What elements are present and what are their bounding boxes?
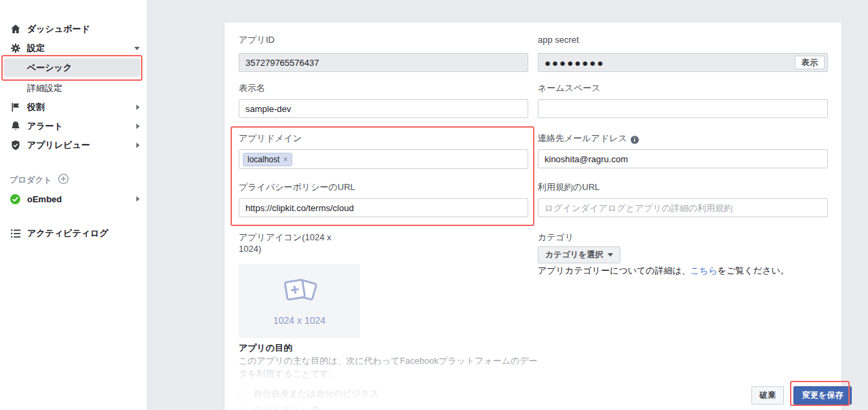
info-icon[interactable]: i <box>631 136 639 144</box>
sidebar-item-label: 役割 <box>27 101 45 113</box>
bell-icon <box>9 121 21 132</box>
purpose-heading: アプリの目的 <box>239 342 292 354</box>
sidebar-item-settings[interactable]: 設定 <box>0 39 148 58</box>
app-domains-input[interactable]: localhost × <box>239 149 528 169</box>
app-icon-label: アプリアイコン(1024 x 1024) <box>239 231 347 255</box>
category-label: カテゴリ <box>538 231 828 243</box>
remove-token-icon[interactable]: × <box>283 155 288 164</box>
save-changes-button[interactable]: 変更を保存 <box>793 386 852 405</box>
sidebar-item-alerts[interactable]: アラート <box>0 117 148 136</box>
basic-settings-card: アプリID app secret ●●●●●●●● 表示 表示名 ネームスペース… <box>224 22 842 410</box>
radio-button-icon[interactable] <box>239 389 248 398</box>
sidebar-item-app-review[interactable]: アプリレビュー <box>0 136 148 155</box>
purpose-option-self[interactable]: 自分自身または自分のビジネス <box>239 388 378 400</box>
chevron-down-icon <box>134 47 140 50</box>
category-help-link[interactable]: こちら <box>690 265 717 276</box>
sidebar-item-advanced[interactable]: 詳細設定 <box>0 79 148 98</box>
chevron-right-icon <box>136 105 140 110</box>
products-header-label: プロダクト <box>9 174 52 186</box>
chevron-right-icon <box>136 124 140 129</box>
chevron-right-icon <box>136 143 140 148</box>
sidebar-item-label: oEmbed <box>27 194 62 204</box>
chevron-right-icon <box>136 196 140 202</box>
sidebar-item-basic[interactable]: ベーシック <box>4 58 140 77</box>
discard-button[interactable]: 破棄 <box>751 386 784 405</box>
sidebar-item-dashboard[interactable]: ダッシュボード <box>0 20 148 39</box>
privacy-url-input[interactable] <box>239 198 528 217</box>
category-select-label: カテゴリを選択 <box>545 249 603 261</box>
list-icon <box>9 228 21 240</box>
info-icon[interactable]: i <box>311 406 319 410</box>
sidebar-item-label: 詳細設定 <box>27 82 62 94</box>
show-secret-button[interactable]: 表示 <box>795 56 825 69</box>
sidebar-item-oembed[interactable]: oEmbed <box>0 189 148 208</box>
privacy-url-label: プライバシーポリシーのURL <box>239 181 528 193</box>
namespace-label: ネームスペース <box>538 82 828 94</box>
namespace-input[interactable] <box>538 99 828 118</box>
category-help-prefix: アプリカテゴリーについての詳細は、 <box>538 265 690 276</box>
app-icon-upload[interactable]: 1024 x 1024 <box>239 264 360 338</box>
gear-icon <box>9 43 21 54</box>
check-circle-icon <box>9 193 21 205</box>
purpose-description: このアプリの主な目的は、次に代わってFacebookプラットフォームのデータを利… <box>239 354 544 380</box>
contact-email-label: 連絡先メールアドレスi <box>538 132 828 144</box>
purpose-option-clients[interactable]: クライアント i <box>239 404 319 410</box>
app-icon-dimensions: 1024 x 1024 <box>273 315 326 326</box>
terms-url-label: 利用規約のURL <box>538 181 828 193</box>
contact-email-label-text: 連絡先メールアドレス <box>538 133 627 143</box>
domain-token: localhost × <box>243 153 292 166</box>
sidebar-item-label: アプリレビュー <box>27 139 90 151</box>
category-help-suffix: をご覧ください。 <box>717 265 789 276</box>
category-help-text: アプリカテゴリーについての詳細は、こちらをご覧ください。 <box>538 265 789 277</box>
home-icon <box>9 24 21 35</box>
display-name-label: 表示名 <box>239 82 528 94</box>
products-header: プロダクト <box>0 170 148 189</box>
sidebar-item-label: 設定 <box>27 42 45 54</box>
chevron-down-icon <box>608 253 613 257</box>
app-domains-label: アプリドメイン <box>239 132 528 144</box>
photos-icon <box>279 277 321 312</box>
domain-token-label: localhost <box>248 155 279 164</box>
sidebar: ダッシュボード 設定 ベーシック <box>0 0 148 410</box>
app-secret-field: ●●●●●●●● 表示 <box>538 53 828 72</box>
flag-icon <box>9 102 21 113</box>
app-id-input <box>239 53 528 72</box>
category-select-button[interactable]: カテゴリを選択 <box>538 246 620 263</box>
app-secret-label: app secret <box>538 34 828 45</box>
app-secret-masked-value: ●●●●●●●● <box>545 58 604 68</box>
sidebar-item-label: ダッシュボード <box>27 23 90 35</box>
terms-url-input[interactable] <box>538 198 828 217</box>
purpose-option-label: 自分自身または自分のビジネス <box>254 388 378 400</box>
sidebar-item-label: アラート <box>27 120 63 132</box>
add-product-icon[interactable] <box>58 173 69 187</box>
contact-email-input[interactable] <box>538 149 828 168</box>
purpose-option-label: クライアント <box>254 404 308 410</box>
sidebar-item-label: ベーシック <box>27 62 72 74</box>
display-name-input[interactable] <box>239 99 528 118</box>
sidebar-item-roles[interactable]: 役割 <box>0 98 148 117</box>
shield-check-icon <box>9 140 21 151</box>
sidebar-item-label: アクティビティログ <box>27 227 108 240</box>
sidebar-item-activity-log[interactable]: アクティビティログ <box>0 224 148 243</box>
radio-button-icon[interactable] <box>239 405 248 410</box>
app-id-label: アプリID <box>239 34 528 45</box>
